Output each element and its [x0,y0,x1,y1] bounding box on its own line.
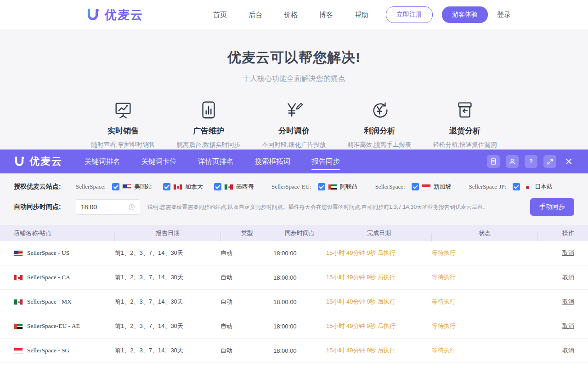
checkbox-checked-icon[interactable] [412,183,419,190]
feature-desc: 脱离后台,数据实时同步 [166,141,251,149]
mx-flag-icon [224,184,233,190]
sync-time-cell: 18:00:00 [273,323,326,330]
jp-flag-icon [523,184,532,190]
site-checkbox-us[interactable]: 美国站 [112,183,152,191]
extension-tabs: 关键词排名 关键词卡位 详情页排名 搜索框拓词 报告同步 [85,150,340,173]
header-store: 店铺名称-站点 [0,229,115,237]
tab-keyword-position[interactable]: 关键词卡位 [141,150,177,173]
tab-report-sync[interactable]: 报告同步 [311,150,340,173]
checkbox-checked-icon[interactable] [112,183,119,190]
sg-flag-icon [14,348,23,354]
completion-cell: 15小时 49分钟 9秒 后执行 [326,298,432,306]
cancel-link[interactable]: 取消 [562,347,574,354]
store-name: SellerSpace - CA [27,274,70,281]
type-cell: 自动 [220,322,273,330]
site-logo[interactable]: 优麦云 [85,7,143,23]
sync-time-label: 自动同步时间点: [14,203,76,211]
cancel-link[interactable]: 取消 [562,249,574,256]
table-row: SellerSpace - SG 前1、2、3、7、14、30天 自动 18:0… [0,339,588,363]
sync-time-cell: 18:00:00 [273,250,326,257]
store-cell: SellerSpace - SG [0,347,115,354]
checkbox-checked-icon[interactable] [163,183,170,190]
header-action: 操作 [537,229,588,237]
nav-item-home[interactable]: 首页 [213,11,227,19]
site-group-sellerspace-sg: SellerSpace: 新加坡 [375,183,452,191]
manual-sync-button[interactable]: 手动同步 [530,198,574,216]
status-badge: 等待执行 [432,249,537,257]
completion-cell: 15小时 49分钟 9秒 后执行 [326,249,432,257]
status-badge: 等待执行 [432,273,537,282]
site-name: 日本站 [535,183,553,191]
feature-desc: 不同时段,细化广告投放 [251,141,337,149]
site-checkbox-jp[interactable]: 日本站 [513,183,553,191]
feature-list: 实时销售 随时查看,掌握即时销售 广告维护 脱离后台,数据实时同步 [0,99,588,149]
feature-desc: 精准高效,脱离手工报表 [337,141,422,149]
us-flag-icon [14,250,23,256]
extension-logo: 优麦云 [13,155,62,168]
register-button[interactable]: 立即注册 [386,6,433,23]
tab-keyword-ranking[interactable]: 关键词排名 [85,150,120,173]
close-icon[interactable] [562,155,575,168]
extension-header-bar: 优麦云 关键词排名 关键词卡位 详情页排名 搜索框拓词 报告同步 ? [0,150,588,173]
site-checkbox-ca[interactable]: 加拿大 [163,183,203,191]
feature-title: 分时调价 [251,126,337,136]
svg-text:?: ? [529,158,532,165]
header-type: 类型 [220,229,273,237]
table-row: SellerSpace - MX 前1、2、3、7、14、30天 自动 18:0… [0,290,588,314]
authorized-sites-label: 授权优麦云站点: [14,183,76,191]
site-checkbox-ae[interactable]: 阿联酋 [318,183,358,191]
checkbox-checked-icon[interactable] [318,183,325,190]
site-group-label: SellerSpace: [375,183,405,190]
top-nav-links: 首页 后台 价格 博客 帮助 [213,11,368,19]
store-cell: SellerSpace - MX [0,298,115,305]
mx-flag-icon [14,299,23,305]
feature-desc: 随时查看,掌握即时销售 [80,141,166,149]
report-date-cell: 前1、2、3、7、14、30天 [115,346,220,355]
type-cell: 自动 [220,249,273,257]
feature-title: 退货分析 [422,126,508,136]
cancel-link[interactable]: 取消 [562,274,574,281]
checkbox-checked-icon[interactable] [513,183,520,190]
nav-item-blog[interactable]: 博客 [319,11,333,19]
report-date-cell: 前1、2、3、7、14、30天 [115,298,220,306]
tab-detail-page-ranking[interactable]: 详情页排名 [198,150,234,173]
site-checkbox-mx[interactable]: 墨西哥 [214,183,254,191]
tab-search-box-words[interactable]: 搜索框拓词 [255,150,291,173]
feature-realtime-sales: 实时销售 随时查看,掌握即时销售 [80,99,166,149]
feature-title: 利润分析 [337,126,422,136]
feature-desc: 轻松分析,快速抓住漏洞 [422,141,508,149]
status-badge: 等待执行 [432,346,537,355]
nav-item-help[interactable]: 帮助 [355,11,368,19]
store-name: SellerSpace - SG [27,347,69,354]
type-cell: 自动 [220,298,273,306]
nav-item-backend[interactable]: 后台 [249,11,262,19]
header-report-date: 报告日期 [115,229,220,237]
status-badge: 等待执行 [432,298,537,306]
extension-toolbar: ? [487,155,575,168]
sync-time-row: 自动同步时间点: 18:00 说明:您需要设置需要同步的站点,以及自定义同步时间… [14,198,574,216]
table-row: SellerSpace - US 前1、2、3、7、14、30天 自动 18:0… [0,241,588,265]
fullscreen-icon[interactable] [543,155,556,168]
guest-experience-button[interactable]: 游客体验 [442,6,488,23]
sg-flag-icon [422,184,431,190]
completion-cell: 15小时 49分钟 9秒 后执行 [326,346,432,355]
nav-item-pricing[interactable]: 价格 [284,11,298,19]
user-icon[interactable] [506,155,519,168]
site-group-sellerspace-eu: SellerSpace-EU: 阿联酋 [271,183,358,191]
help-icon[interactable]: ? [525,155,537,168]
cancel-link[interactable]: 取消 [562,298,574,305]
ad-maintenance-icon [166,99,251,121]
site-name: 加拿大 [185,183,203,191]
realtime-sales-icon [80,99,166,121]
site-checkbox-sg[interactable]: 新加坡 [412,183,452,191]
header-status: 状态 [432,229,537,237]
type-cell: 自动 [220,273,273,282]
cancel-link[interactable]: 取消 [562,322,574,329]
sync-time-value: 18:00 [81,203,128,211]
extension-logo-text: 优麦云 [29,155,62,168]
login-link[interactable]: 登录 [497,11,511,19]
sync-time-input[interactable]: 18:00 [76,199,140,215]
checkbox-checked-icon[interactable] [214,183,221,190]
report-icon[interactable] [487,155,500,168]
price-adjust-icon [251,99,337,121]
